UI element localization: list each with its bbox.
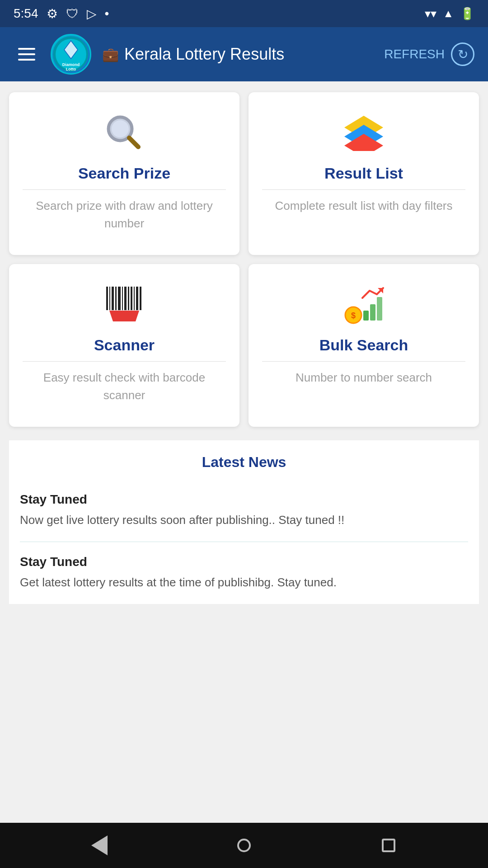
signal-icon: ▲: [443, 7, 454, 20]
scanner-title: Scanner: [94, 336, 155, 354]
dot-icon: •: [105, 6, 109, 21]
app-bar: Diamond Lotto 💼 Kerala Lottery Results R…: [0, 27, 488, 81]
svg-rect-23: [140, 287, 141, 310]
svg-text:Diamond: Diamond: [62, 62, 80, 67]
svg-rect-14: [112, 287, 114, 310]
news-item-2-body: Get latest lottery results at the time o…: [20, 574, 468, 591]
scanner-divider: [23, 361, 226, 362]
shield-icon: 🛡: [66, 6, 79, 21]
battery-icon: 🔋: [460, 7, 474, 21]
app-logo: Diamond Lotto: [51, 34, 91, 75]
svg-rect-17: [122, 287, 123, 310]
refresh-label: REFRESH: [384, 47, 445, 61]
settings-icon: ⚙: [47, 6, 58, 21]
result-list-title: Result List: [324, 165, 403, 182]
cards-grid: Search Prize Search prize with draw and …: [9, 92, 479, 427]
bulk-search-title: Bulk Search: [319, 336, 408, 354]
svg-rect-18: [124, 287, 127, 310]
hamburger-line-1: [18, 48, 35, 50]
news-item-1-title: Stay Tuned: [20, 492, 468, 507]
svg-rect-27: [363, 311, 369, 321]
logo-text: Diamond Lotto: [53, 36, 89, 72]
search-prize-divider: [23, 189, 226, 190]
svg-marker-24: [109, 311, 139, 321]
svg-rect-13: [109, 287, 110, 310]
svg-rect-21: [134, 287, 135, 310]
result-list-desc: Complete result list with day filters: [275, 197, 452, 215]
svg-rect-22: [136, 287, 138, 310]
play-icon: ▷: [87, 6, 97, 21]
news-item-2: Stay Tuned Get latest lottery results at…: [20, 542, 468, 604]
briefcase-icon: 💼: [102, 47, 119, 62]
refresh-button[interactable]: REFRESH ↻: [384, 42, 474, 66]
svg-rect-29: [377, 297, 382, 321]
news-item-1: Stay Tuned Now get live lottery results …: [20, 480, 468, 542]
back-button[interactable]: [87, 833, 112, 858]
svg-text:$: $: [351, 311, 356, 320]
latest-news-section: Latest News Stay Tuned Now get live lott…: [9, 440, 479, 604]
refresh-icon: ↻: [451, 42, 474, 66]
news-item-2-title: Stay Tuned: [20, 555, 468, 569]
recents-button[interactable]: [376, 833, 401, 858]
result-list-icon: [341, 110, 386, 156]
time-display: 5:54: [14, 6, 38, 21]
back-icon: [91, 835, 108, 855]
recents-icon: [382, 839, 395, 852]
hamburger-menu[interactable]: [14, 43, 40, 65]
svg-rect-16: [118, 287, 121, 310]
result-list-card[interactable]: Result List Complete result list with da…: [249, 92, 479, 255]
wifi-icon: ▾▾: [425, 7, 436, 21]
search-prize-desc: Search prize with draw and lottery numbe…: [23, 197, 226, 232]
app-title: 💼 Kerala Lottery Results: [102, 45, 284, 64]
svg-rect-28: [370, 304, 375, 321]
status-right: ▾▾ ▲ 🔋: [425, 7, 474, 21]
app-title-text: Kerala Lottery Results: [124, 45, 284, 64]
svg-text:Lotto: Lotto: [66, 67, 76, 71]
main-content: Search Prize Search prize with draw and …: [0, 81, 488, 823]
app-bar-left: Diamond Lotto 💼 Kerala Lottery Results: [14, 34, 284, 75]
bulk-search-desc: Number to number search: [296, 369, 432, 387]
svg-rect-15: [115, 287, 117, 310]
bottom-nav: [0, 823, 488, 868]
status-left: 5:54 ⚙ 🛡 ▷ •: [14, 6, 109, 21]
status-bar: 5:54 ⚙ 🛡 ▷ • ▾▾ ▲ 🔋: [0, 0, 488, 27]
bulk-search-icon: $: [341, 282, 386, 327]
scanner-card[interactable]: Scanner Easy result check with barcode s…: [9, 264, 239, 427]
scanner-desc: Easy result check with barcode scanner: [23, 369, 226, 404]
bulk-search-divider: [262, 361, 465, 362]
home-button[interactable]: [232, 833, 256, 858]
hamburger-line-2: [18, 53, 35, 55]
latest-news-title: Latest News: [20, 440, 468, 480]
result-list-divider: [262, 189, 465, 190]
svg-rect-12: [106, 287, 108, 310]
svg-rect-20: [131, 287, 132, 310]
svg-rect-19: [128, 287, 129, 310]
news-item-1-body: Now get live lottery results soon after …: [20, 511, 468, 529]
bulk-search-card[interactable]: $ Bulk Search Number to number search: [249, 264, 479, 427]
search-prize-icon: [102, 110, 147, 156]
home-icon: [237, 839, 251, 852]
hamburger-line-3: [18, 59, 35, 61]
svg-point-7: [112, 120, 129, 137]
search-prize-title: Search Prize: [78, 165, 170, 182]
svg-line-8: [129, 138, 138, 147]
scanner-icon: [102, 282, 147, 327]
search-prize-card[interactable]: Search Prize Search prize with draw and …: [9, 92, 239, 255]
